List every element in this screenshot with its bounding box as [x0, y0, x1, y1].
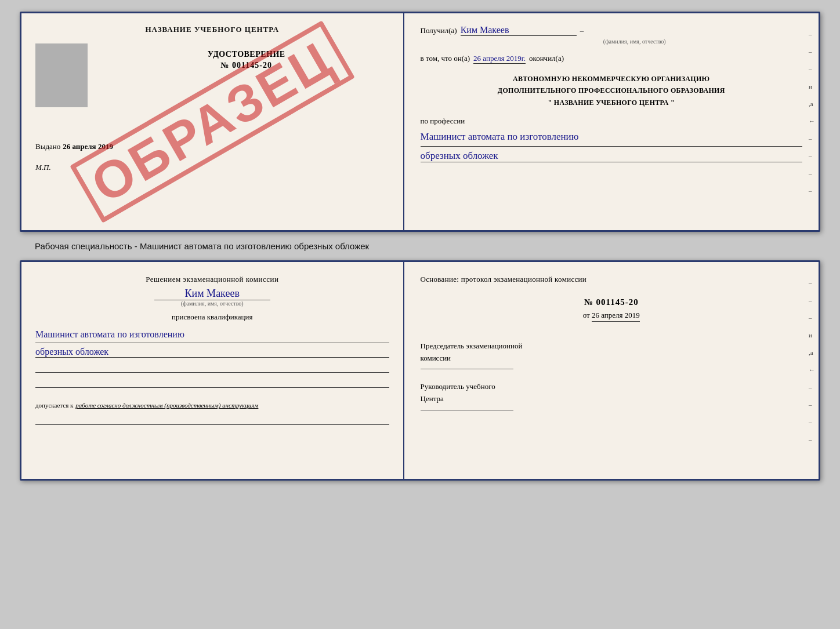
org-line1: АВТОНОМНУЮ НЕКОММЕРЧЕСКУЮ ОРГАНИЗАЦИЮ: [421, 73, 802, 85]
profession-line1: Машинист автомата по изготовлению: [421, 128, 802, 147]
side-decorations: – – – и ,а ← – – – –: [809, 31, 815, 194]
bottom-doc-right: – – – и ,а ← – – – – Основание: протокол…: [404, 262, 819, 479]
bottom-person-name: Ким Макеев: [154, 288, 270, 300]
protocol-number: № 001145-20: [421, 297, 802, 307]
finish-date: 26 апреля 2019г.: [473, 54, 526, 64]
chairman-block: Председатель экзаменационной комиссии: [421, 340, 802, 370]
qualification-label: присвоена квалификация: [35, 312, 389, 322]
director-block: Руководитель учебного Центра: [421, 381, 802, 410]
top-doc-right: – – – и ,а ← – – – – Получил(а) Ким Маке…: [404, 13, 819, 230]
cert-number: № 001145-20: [104, 61, 389, 70]
top-center-title: НАЗВАНИЕ УЧЕБНОГО ЦЕНТРА: [35, 25, 389, 34]
issued-line: Выдано 26 апреля 2019: [35, 142, 389, 151]
director-label1: Руководитель учебного: [421, 381, 802, 393]
issued-label: Выдано: [35, 142, 60, 151]
allowed-italic: работе согласно должностным (производств…: [75, 402, 258, 409]
blank-line-3: [35, 415, 389, 425]
qual-line2: обрезных обложек: [35, 347, 389, 358]
caption-text: Рабочая специальность - Машинист автомат…: [12, 241, 369, 251]
director-label2: Центра: [421, 393, 802, 405]
blank-line-1: [35, 362, 389, 373]
mp-label: М.П.: [35, 163, 389, 172]
org-block: АВТОНОМНУЮ НЕКОММЕРЧЕСКУЮ ОРГАНИЗАЦИЮ ДО…: [421, 73, 802, 108]
in-that-label: в том, что он(а): [421, 54, 470, 63]
top-document: НАЗВАНИЕ УЧЕБНОГО ЦЕНТРА УДОСТОВЕРЕНИЕ №…: [20, 12, 820, 232]
org-line3: " НАЗВАНИЕ УЧЕБНОГО ЦЕНТРА ": [421, 97, 802, 108]
received-label: Получил(а): [421, 26, 457, 35]
profession-line2: обрезных обложек: [421, 150, 802, 162]
qual-line1: Машинист автомата по изготовлению: [35, 326, 389, 344]
photo-placeholder: [35, 43, 88, 107]
allowed-prefix: допускается к: [35, 402, 73, 409]
director-signature-line: [421, 410, 513, 410]
fio-label-top: (фамилия, имя, отчество): [467, 38, 802, 45]
top-doc-left: НАЗВАНИЕ УЧЕБНОГО ЦЕНТРА УДОСТОВЕРЕНИЕ №…: [21, 13, 404, 230]
recipient-line: Получил(а) Ким Макеев –: [421, 25, 802, 36]
bottom-document: Решением экзаменационной комиссии Ким Ма…: [20, 260, 820, 481]
by-profession-label: по профессии: [421, 117, 802, 126]
chairman-signature-line: [421, 369, 513, 369]
in-that-line: в том, что он(а) 26 апреля 2019г. окончи…: [421, 54, 802, 64]
cert-label: УДОСТОВЕРЕНИЕ: [104, 48, 389, 61]
chairman-label1: Председатель экзаменационной: [421, 340, 802, 352]
bottom-doc-left: Решением экзаменационной комиссии Ким Ма…: [21, 262, 404, 479]
basis-title: Основание: протокол экзаменационной коми…: [421, 274, 802, 286]
finished-label: окончил(а): [529, 54, 564, 63]
from-date: 26 апреля 2019: [592, 311, 640, 322]
side-decorations-bottom: – – – и ,а ← – – – –: [809, 279, 815, 443]
allowed-block: допускается к работе согласно должностны…: [35, 399, 389, 410]
from-label: от: [583, 311, 590, 319]
fio-label-bottom: (фамилия, имя, отчество): [35, 300, 389, 307]
recipient-name: Ким Макеев: [461, 25, 577, 36]
blank-line-2: [35, 377, 389, 388]
issued-date: 26 апреля 2019: [63, 142, 113, 151]
resolution-title: Решением экзаменационной комиссии: [35, 274, 389, 285]
chairman-label2: комиссии: [421, 352, 802, 365]
org-line2: ДОПОЛНИТЕЛЬНОГО ПРОФЕССИОНАЛЬНОГО ОБРАЗО…: [421, 85, 802, 96]
